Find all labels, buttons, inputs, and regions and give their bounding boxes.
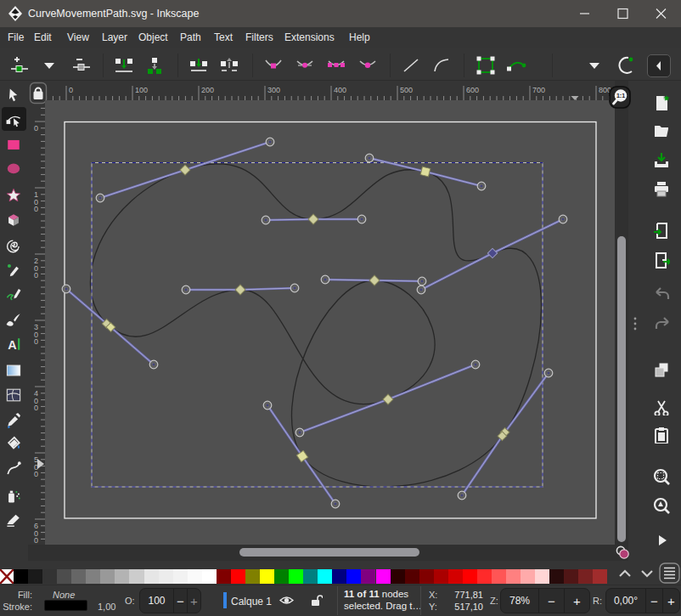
zoom-increase-button[interactable]: + [564, 589, 589, 613]
command-duplicate[interactable] [653, 361, 670, 378]
toolbar-node-auto[interactable] [357, 54, 379, 76]
command-import[interactable] [653, 222, 670, 239]
fill-value[interactable]: None [53, 590, 75, 600]
tool-node-editor[interactable] [4, 110, 27, 133]
tool-box-3d[interactable] [4, 211, 27, 234]
palette-swatch[interactable] [28, 569, 42, 584]
command-zoom-drawing[interactable] [653, 497, 670, 514]
toolbar-stroke-to-path[interactable] [505, 54, 527, 76]
command-new-document[interactable] [653, 94, 670, 111]
maximize-button[interactable] [604, 0, 641, 27]
horizontal-scrollbar[interactable] [28, 545, 615, 561]
tool-rectangle[interactable] [4, 135, 27, 158]
control-handle[interactable] [544, 369, 553, 377]
tool-dropper[interactable] [4, 411, 27, 434]
snap-indicator[interactable] [614, 544, 631, 561]
command-cut[interactable] [653, 398, 670, 415]
menu-layer[interactable]: Layer [102, 31, 127, 43]
toolbar-segment-curve[interactable] [431, 54, 453, 76]
command-expand-panel[interactable] [653, 532, 670, 549]
palette-swatch[interactable] [115, 569, 129, 584]
canvas-viewport[interactable] [45, 100, 615, 545]
palette-swatch[interactable] [593, 569, 607, 584]
palette-swatch[interactable] [463, 569, 477, 584]
toolbar-insert-node-options[interactable] [38, 54, 60, 76]
path-node[interactable] [308, 214, 318, 224]
toolbar-break-path[interactable] [113, 54, 135, 76]
tool-pencil[interactable] [4, 261, 27, 284]
control-handle[interactable] [182, 285, 190, 294]
toolbar-node-corner[interactable] [262, 54, 284, 76]
control-handle[interactable] [418, 277, 426, 285]
control-handle[interactable] [357, 215, 366, 223]
palette-swatch[interactable] [202, 569, 217, 584]
stroke-width[interactable]: 1,00 [98, 602, 115, 612]
menu-extensions[interactable]: Extensions [284, 31, 335, 43]
tool-gradient[interactable] [4, 361, 27, 384]
control-handle[interactable] [331, 500, 340, 508]
horizontal-ruler[interactable]: 0100200300400500600700800 [45, 85, 615, 100]
tool-ellipse[interactable] [4, 159, 27, 182]
zoom-1-1-button[interactable]: 1:1 [609, 86, 631, 109]
palette-swatch[interactable] [245, 569, 260, 584]
palette-swatch[interactable] [318, 569, 332, 584]
menu-help[interactable]: Help [349, 31, 370, 43]
palette-swatch[interactable] [86, 569, 100, 584]
palette-none-swatch[interactable] [0, 569, 14, 584]
layer-visibility-icon[interactable] [279, 595, 294, 606]
stroke-swatch[interactable] [44, 600, 87, 611]
palette-swatch[interactable] [274, 569, 289, 584]
menu-file[interactable]: File [8, 31, 24, 43]
toolbar-node-symmetric[interactable] [325, 54, 347, 76]
palette-swatch[interactable] [100, 569, 115, 584]
toolbar-node-smooth[interactable] [294, 54, 316, 76]
tool-text[interactable]: A [4, 335, 27, 358]
opacity-spinner[interactable]: 100 − + [139, 588, 201, 613]
control-handle[interactable] [417, 285, 425, 294]
menu-text[interactable]: Text [214, 31, 233, 43]
palette-swatch[interactable] [578, 569, 593, 584]
palette-swatch[interactable] [477, 569, 492, 584]
control-handle[interactable] [263, 401, 272, 410]
palette-swatch[interactable] [346, 569, 361, 584]
toolbar-delete-node[interactable] [70, 54, 93, 76]
rotation-increase-button[interactable]: + [662, 589, 679, 613]
command-save-document[interactable] [653, 151, 670, 168]
toolbar-join-nodes[interactable] [144, 54, 166, 76]
command-redo[interactable] [653, 314, 670, 331]
tool-star[interactable] [4, 186, 27, 209]
palette-swatch[interactable] [535, 569, 549, 584]
palette-swatch[interactable] [303, 569, 318, 584]
palette-swatch[interactable] [57, 569, 71, 584]
control-handle[interactable] [295, 428, 304, 437]
palette-swatch[interactable] [492, 569, 506, 584]
collapse-toolbar-button[interactable] [647, 54, 671, 77]
toolbar-join-with-segment[interactable] [188, 54, 210, 76]
command-paste[interactable] [653, 427, 670, 444]
palette-swatch[interactable] [405, 569, 419, 584]
palette-swatch[interactable] [129, 569, 144, 584]
palette-swatch[interactable] [14, 569, 28, 584]
palette-swatch[interactable] [260, 569, 274, 584]
toolbar-segment-line[interactable] [400, 54, 422, 76]
control-handle[interactable] [149, 360, 158, 369]
opacity-increase-button[interactable]: + [187, 589, 200, 613]
palette-swatch[interactable] [521, 569, 535, 584]
vertical-ruler[interactable]: 0100200300400500600 [31, 100, 45, 545]
path-node[interactable] [383, 394, 393, 404]
control-handle[interactable] [471, 360, 480, 369]
vertical-scrollbar-thumb[interactable] [617, 236, 626, 542]
path-node[interactable] [487, 248, 497, 257]
control-handle[interactable] [458, 491, 466, 500]
toolbar-object-to-path[interactable] [475, 54, 497, 76]
palette-scroll-down[interactable] [639, 567, 656, 580]
palette-swatch[interactable] [173, 569, 188, 584]
command-open-document[interactable] [653, 122, 670, 138]
palette-swatch[interactable] [332, 569, 346, 584]
path-node[interactable] [369, 275, 380, 285]
control-handle[interactable] [266, 138, 274, 146]
palette-swatch[interactable] [231, 569, 245, 584]
command-export[interactable] [653, 251, 670, 268]
menu-view[interactable]: View [67, 31, 89, 43]
menu-edit[interactable]: Edit [34, 31, 52, 43]
